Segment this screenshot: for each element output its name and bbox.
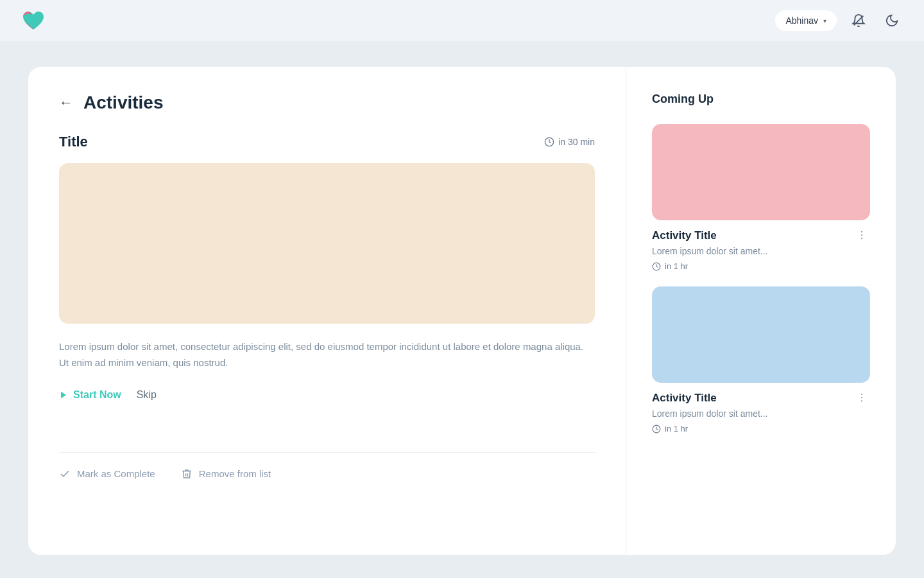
coming-up-info: Activity Title Lorem ipsum dolor sit ame… bbox=[652, 229, 870, 271]
svg-point-10 bbox=[861, 397, 862, 398]
coming-up-list: Activity Title Lorem ipsum dolor sit ame… bbox=[652, 124, 870, 434]
play-icon bbox=[59, 390, 68, 399]
user-dropdown[interactable]: Abhinav ▾ bbox=[775, 10, 837, 31]
coming-up-time: in 1 hr bbox=[652, 261, 853, 271]
time-badge: in 30 min bbox=[544, 137, 595, 147]
back-button[interactable]: ← bbox=[59, 94, 73, 111]
clock-icon bbox=[652, 262, 661, 271]
activity-thumbnail bbox=[59, 163, 595, 324]
action-buttons: Start Now Skip bbox=[59, 389, 595, 401]
skip-button[interactable]: Skip bbox=[137, 389, 157, 401]
page-title: Activities bbox=[83, 92, 164, 113]
coming-up-desc: Lorem ipsum dolor sit amet... bbox=[652, 246, 853, 256]
bell-icon bbox=[851, 13, 866, 28]
nav-right: Abhinav ▾ bbox=[775, 9, 903, 32]
bottom-actions: Mark as Complete Remove from list bbox=[59, 452, 595, 480]
coming-up-name: Activity Title bbox=[652, 392, 853, 405]
remove-from-list-button[interactable]: Remove from list bbox=[181, 468, 271, 480]
check-icon bbox=[59, 468, 71, 480]
start-label: Start Now bbox=[73, 389, 121, 401]
clock-icon bbox=[544, 137, 554, 147]
activity-thumbnail-pink bbox=[652, 124, 870, 220]
right-panel: Coming Up Activity Title Lorem ipsum dol… bbox=[626, 67, 896, 555]
mark-complete-button[interactable]: Mark as Complete bbox=[59, 468, 155, 480]
more-vertical-icon bbox=[856, 229, 868, 241]
start-now-button[interactable]: Start Now bbox=[59, 389, 121, 401]
activity-section: Title in 30 min Lorem ipsum dolor sit am… bbox=[59, 134, 595, 480]
notifications-button[interactable] bbox=[847, 9, 870, 32]
coming-up-title: Coming Up bbox=[652, 92, 870, 106]
svg-point-6 bbox=[861, 234, 862, 236]
list-item: Activity Title Lorem ipsum dolor sit ame… bbox=[652, 286, 870, 434]
svg-marker-3 bbox=[61, 391, 66, 398]
logo-icon bbox=[21, 9, 46, 32]
coming-up-time: in 1 hr bbox=[652, 424, 853, 434]
trash-icon bbox=[181, 468, 193, 480]
page-header: ← Activities bbox=[59, 92, 595, 113]
time-value: in 1 hr bbox=[665, 261, 688, 271]
more-options-button[interactable] bbox=[853, 392, 870, 405]
svg-point-5 bbox=[861, 231, 862, 232]
activity-description: Lorem ipsum dolor sit amet, consectetur … bbox=[59, 339, 595, 371]
logo bbox=[21, 9, 46, 32]
coming-up-info: Activity Title Lorem ipsum dolor sit ame… bbox=[652, 392, 870, 434]
clock-icon bbox=[652, 425, 661, 434]
skip-label: Skip bbox=[137, 389, 157, 400]
chevron-down-icon: ▾ bbox=[823, 17, 826, 24]
activity-name: Title bbox=[59, 134, 88, 150]
navbar: Abhinav ▾ bbox=[0, 0, 924, 41]
activity-header: Title in 30 min bbox=[59, 134, 595, 150]
activity-thumbnail-blue bbox=[652, 286, 870, 383]
moon-icon bbox=[885, 13, 899, 28]
main-wrapper: ← Activities Title in 30 min Lo bbox=[0, 41, 924, 578]
left-panel: ← Activities Title in 30 min Lo bbox=[28, 67, 626, 555]
back-arrow-icon: ← bbox=[59, 94, 73, 111]
dark-mode-button[interactable] bbox=[880, 9, 903, 32]
coming-up-details: Activity Title Lorem ipsum dolor sit ame… bbox=[652, 392, 853, 434]
time-label: in 30 min bbox=[558, 137, 595, 147]
complete-label: Mark as Complete bbox=[77, 468, 155, 479]
content-card: ← Activities Title in 30 min Lo bbox=[28, 67, 896, 555]
svg-point-9 bbox=[861, 394, 862, 395]
more-vertical-icon bbox=[856, 392, 868, 403]
svg-point-7 bbox=[861, 238, 862, 239]
more-options-button[interactable] bbox=[853, 229, 870, 243]
list-item: Activity Title Lorem ipsum dolor sit ame… bbox=[652, 124, 870, 271]
svg-point-11 bbox=[861, 400, 862, 401]
coming-up-details: Activity Title Lorem ipsum dolor sit ame… bbox=[652, 229, 853, 271]
user-name: Abhinav bbox=[785, 15, 818, 26]
time-value: in 1 hr bbox=[665, 424, 688, 434]
remove-label: Remove from list bbox=[199, 468, 271, 479]
coming-up-desc: Lorem ipsum dolor sit amet... bbox=[652, 408, 853, 419]
coming-up-name: Activity Title bbox=[652, 229, 853, 242]
